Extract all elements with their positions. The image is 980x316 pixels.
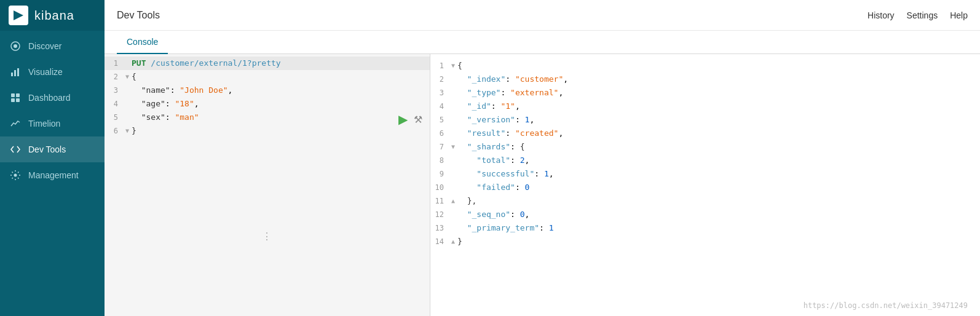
- sidebar: kibana Discover Visualize Dashboard Time…: [0, 0, 105, 316]
- svg-rect-4: [17, 68, 19, 76]
- r-content-9: "successful": 1,: [457, 168, 980, 180]
- dashboard-icon: [10, 92, 21, 103]
- right-code-editor: 1 ▼ { 2 "_index": "customer", 3 "_type":…: [430, 57, 980, 251]
- svg-rect-3: [14, 70, 16, 76]
- help-link[interactable]: Help: [950, 10, 968, 20]
- line-content-2: {: [132, 71, 430, 83]
- main-content: Dev Tools History Settings Help Console …: [105, 0, 980, 316]
- svg-rect-6: [16, 93, 20, 97]
- tab-console-label: Console: [127, 37, 158, 47]
- management-icon: [10, 170, 21, 181]
- r-line-14: 14 ▲ }: [430, 235, 980, 248]
- r-num-1: 1: [430, 60, 449, 72]
- sidebar-item-visualize[interactable]: Visualize: [0, 59, 105, 85]
- r-line-9: 9 "successful": 1,: [430, 167, 980, 181]
- r-content-2: "_index": "customer",: [457, 73, 980, 85]
- r-num-9: 9: [430, 168, 449, 180]
- r-line-5: 5 "_version": 1,: [430, 113, 980, 127]
- timelion-icon: [10, 118, 21, 129]
- r-line-13: 13 "_primary_term": 1: [430, 221, 980, 235]
- r-fold-14[interactable]: ▲: [449, 235, 457, 248]
- r-line-3: 3 "_type": "external",: [430, 86, 980, 100]
- sidebar-item-management[interactable]: Management: [0, 162, 105, 188]
- discover-icon: [10, 41, 21, 52]
- left-editor-pane: 1 PUT /customer/external/1?pretty 2 ▼ { …: [105, 54, 430, 316]
- sidebar-item-visualize-label: Visualize: [28, 67, 63, 77]
- r-line-10: 10 "failed": 0: [430, 181, 980, 194]
- r-content-4: "_id": "1",: [457, 100, 980, 113]
- r-content-7: "_shards": {: [457, 141, 980, 153]
- tab-console[interactable]: Console: [117, 31, 168, 54]
- editor-area: 1 PUT /customer/external/1?pretty 2 ▼ { …: [105, 54, 980, 316]
- r-content-5: "_version": 1,: [457, 114, 980, 126]
- line-content-5: "sex": "man": [132, 111, 430, 124]
- r-fold-7[interactable]: ▼: [449, 141, 457, 153]
- line-content-6: }: [132, 125, 430, 137]
- line-num-2: 2: [105, 71, 123, 83]
- r-content-11: },: [457, 195, 980, 207]
- kibana-logo-icon: [9, 6, 28, 25]
- r-content-10: "failed": 0: [457, 181, 980, 194]
- sidebar-item-devtools-label: Dev Tools: [28, 144, 66, 154]
- line-num-1: 1: [105, 57, 123, 69]
- sidebar-item-timelion[interactable]: Timelion: [0, 111, 105, 136]
- r-line-11: 11 ▲ },: [430, 194, 980, 208]
- r-line-4: 4 "_id": "1",: [430, 100, 980, 113]
- r-content-1: {: [457, 60, 980, 72]
- r-content-3: "_type": "external",: [457, 87, 980, 99]
- line-content-4: "age": "18",: [132, 98, 430, 110]
- r-num-12: 12: [430, 208, 449, 221]
- code-line-2: 2 ▼ {: [105, 70, 430, 84]
- watermark: https://blog.csdn.net/weixin_39471249: [804, 301, 968, 310]
- sidebar-item-devtools[interactable]: Dev Tools: [0, 136, 105, 162]
- r-num-4: 4: [430, 100, 449, 113]
- r-num-11: 11: [430, 195, 449, 207]
- sidebar-item-dashboard-label: Dashboard: [28, 93, 71, 103]
- logo-area: kibana: [0, 0, 105, 31]
- history-link[interactable]: History: [867, 10, 895, 20]
- r-num-14: 14: [430, 235, 449, 248]
- r-fold-11[interactable]: ▲: [449, 195, 457, 207]
- code-line-4: 4 "age": "18",: [105, 97, 430, 111]
- line-content-1: PUT /customer/external/1?pretty: [132, 57, 430, 69]
- fold-2[interactable]: ▼: [123, 71, 132, 83]
- drag-handle[interactable]: ⋮: [262, 231, 273, 242]
- kibana-logo-text: kibana: [34, 9, 74, 23]
- r-line-1: 1 ▼ {: [430, 59, 980, 73]
- code-line-6: 6 ▼ }: [105, 124, 430, 138]
- r-line-2: 2 "_index": "customer",: [430, 73, 980, 86]
- visualize-icon: [10, 66, 21, 77]
- run-button[interactable]: ▶: [397, 111, 409, 128]
- left-code-editor[interactable]: 1 PUT /customer/external/1?pretty 2 ▼ { …: [105, 54, 430, 316]
- page-title: Dev Tools: [117, 10, 160, 21]
- svg-point-9: [14, 174, 17, 177]
- topbar-actions: History Settings Help: [867, 10, 968, 20]
- svg-rect-2: [11, 73, 13, 76]
- r-num-5: 5: [430, 114, 449, 126]
- r-fold-1[interactable]: ▼: [449, 60, 457, 72]
- r-num-10: 10: [430, 181, 449, 194]
- svg-point-1: [14, 44, 17, 48]
- line-num-4: 4: [105, 98, 123, 110]
- r-num-6: 6: [430, 127, 449, 140]
- r-line-6: 6 "result": "created",: [430, 127, 980, 140]
- sidebar-nav: Discover Visualize Dashboard Timelion De…: [0, 31, 105, 316]
- code-line-3: 3 "name": "John Doe",: [105, 84, 430, 97]
- r-num-2: 2: [430, 73, 449, 85]
- topbar: Dev Tools History Settings Help: [105, 0, 980, 31]
- r-line-7: 7 ▼ "_shards": {: [430, 140, 980, 154]
- r-num-3: 3: [430, 87, 449, 99]
- settings-link[interactable]: Settings: [907, 10, 938, 20]
- wrench-button[interactable]: ⚒: [413, 113, 424, 127]
- r-num-8: 8: [430, 154, 449, 167]
- r-num-7: 7: [430, 141, 449, 153]
- sidebar-item-discover[interactable]: Discover: [0, 33, 105, 59]
- r-line-12: 12 "_seq_no": 0,: [430, 208, 980, 221]
- fold-6[interactable]: ▼: [123, 125, 132, 137]
- sidebar-item-management-label: Management: [28, 170, 79, 180]
- r-content-12: "_seq_no": 0,: [457, 208, 980, 221]
- sidebar-item-dashboard[interactable]: Dashboard: [0, 85, 105, 111]
- sidebar-item-timelion-label: Timelion: [28, 119, 60, 128]
- line-content-3: "name": "John Doe",: [132, 84, 430, 97]
- r-content-13: "_primary_term": 1: [457, 222, 980, 234]
